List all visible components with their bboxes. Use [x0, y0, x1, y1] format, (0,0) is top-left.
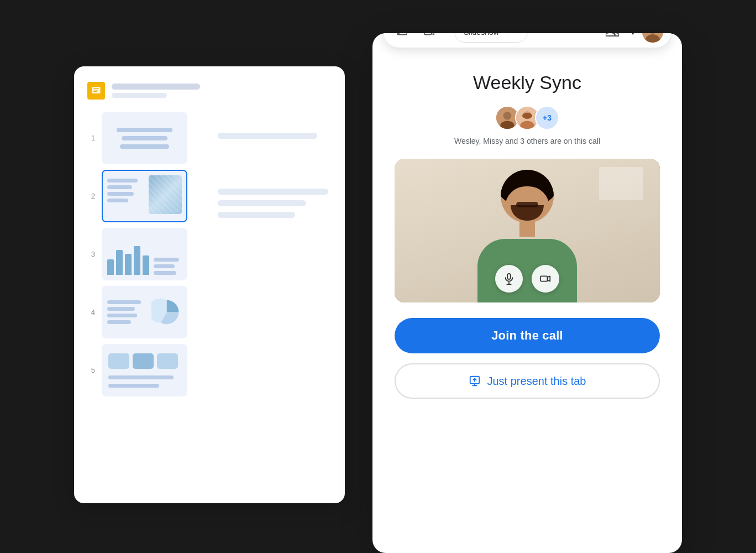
add-person-button[interactable]	[601, 33, 623, 43]
scene: 1 2	[74, 33, 682, 520]
present-tab-icon	[469, 375, 481, 387]
user-avatar[interactable]	[642, 33, 663, 43]
slide-thumb-2[interactable]	[102, 170, 187, 222]
slide-thumb-5[interactable]	[102, 344, 187, 397]
svg-point-11	[503, 112, 512, 120]
svg-point-15	[522, 113, 532, 119]
present-tab-label: Just present this tab	[487, 375, 586, 388]
slide-5-blocks	[108, 353, 178, 369]
slides-panel: 1 2	[74, 66, 345, 503]
slide-number-1: 1	[85, 134, 95, 142]
slide-number-5: 5	[85, 366, 95, 374]
slide-row-5[interactable]: 5	[85, 344, 334, 397]
slide-number-4: 4	[85, 308, 95, 316]
slide-4-pie	[151, 297, 182, 327]
meeting-title: Weekly Sync	[473, 72, 581, 93]
slide-thumb-4[interactable]	[102, 286, 187, 338]
mic-button[interactable]	[495, 265, 523, 293]
slide-row-3[interactable]: 3	[85, 228, 334, 280]
person-mustache	[516, 202, 538, 207]
slide-thumb-1[interactable]	[102, 112, 187, 164]
avatar-count-badge: +3	[535, 106, 559, 130]
svg-rect-20	[540, 276, 548, 281]
person-face	[501, 170, 554, 223]
slideshow-chevron-icon	[507, 33, 527, 36]
join-call-button[interactable]: Join the call	[395, 318, 660, 353]
slide-number-2: 2	[85, 192, 95, 200]
slide-3-chart	[107, 244, 149, 275]
slide-row-4[interactable]: 4	[85, 286, 334, 338]
meet-content: Weekly Sync	[372, 33, 682, 553]
meet-toolbar: Slideshow ✦	[384, 33, 671, 48]
participant-avatars: +3	[495, 106, 559, 130]
svg-rect-1	[93, 88, 99, 89]
svg-rect-6	[424, 33, 432, 35]
sparkle-icon[interactable]: ✦	[628, 33, 638, 38]
count-text: +3	[543, 113, 552, 122]
video-controls	[495, 265, 559, 293]
present-tab-button[interactable]: Just present this tab	[395, 363, 660, 399]
svg-rect-2	[93, 90, 98, 90]
slide-thumb-3[interactable]	[102, 228, 187, 280]
chat-button[interactable]	[391, 33, 413, 43]
meet-panel: Slideshow ✦	[372, 33, 682, 553]
participants-text: Wesley, Missy and 3 others are on this c…	[454, 137, 600, 145]
slides-app-icon	[87, 82, 105, 100]
camera-button[interactable]	[532, 265, 559, 293]
slides-header	[85, 82, 334, 100]
main-content-placeholder	[218, 133, 328, 218]
svg-rect-17	[507, 274, 511, 279]
slides-title-placeholder	[112, 84, 200, 98]
slideshow-label: Slideshow	[455, 33, 507, 36]
svg-rect-3	[93, 91, 97, 92]
video-button[interactable]	[418, 33, 450, 43]
slideshow-button[interactable]: Slideshow	[454, 33, 528, 43]
video-window-decor	[599, 167, 643, 200]
slide-2-image	[149, 175, 182, 214]
video-preview	[395, 159, 660, 302]
person-neck	[519, 222, 535, 237]
slide-number-3: 3	[85, 250, 95, 258]
